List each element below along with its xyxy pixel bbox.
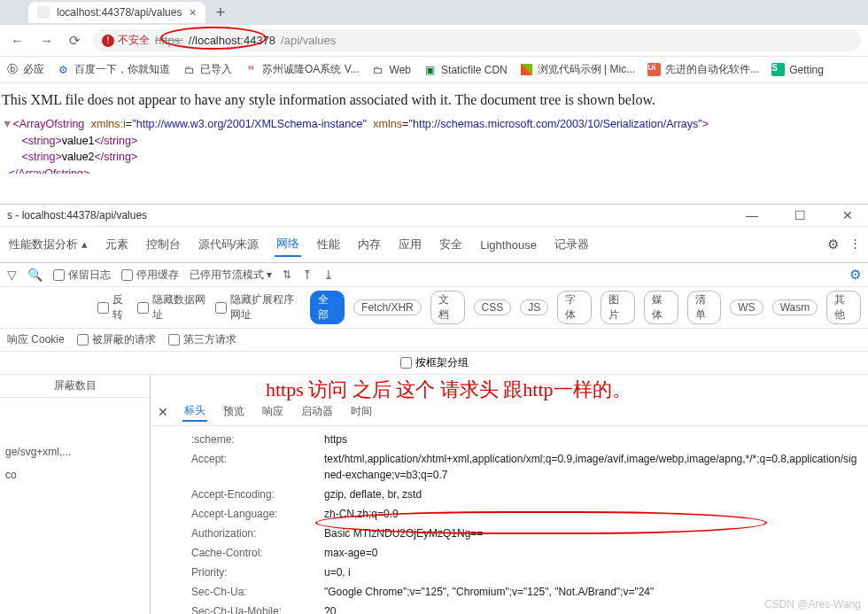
window-maximize-icon[interactable]: ☐ (787, 208, 813, 222)
request-list-header: 屏蔽数目 (0, 375, 150, 398)
list-item[interactable]: ge/svg+xml,... (0, 437, 150, 460)
filter-manifest[interactable]: 清单 (687, 291, 722, 324)
bookmark-item[interactable]: ▣Staticfile CDN (423, 63, 508, 76)
tab-recorder[interactable]: 记录器 (553, 233, 591, 256)
bookmark-item[interactable]: 🗀Web (372, 63, 411, 76)
header-value: u=0, i (324, 564, 351, 580)
filter-font[interactable]: 字体 (557, 291, 592, 324)
disable-cache-checkbox[interactable]: 停用缓存 (121, 268, 179, 283)
header-value: gzip, deflate, br, zstd (324, 486, 422, 502)
upload-icon[interactable]: ⤒ (302, 268, 313, 282)
kebab-icon[interactable]: ⋮ (849, 237, 861, 253)
xml-tree: ▼<ArrayOfstring xmlns:i="http://www.w3.o… (2, 117, 866, 174)
header-key: Cache-Control: (191, 545, 324, 561)
address-bar-row: ← → ⟳ ! 不安全 https: //localhost:44378 /ap… (0, 25, 868, 57)
devtools-body: https 访问 之后 这个 请求头 跟http一样的。 屏蔽数目 ge/svg… (0, 375, 868, 614)
tab-network[interactable]: 网络 (275, 232, 301, 257)
tab-initiator[interactable]: 启动器 (299, 402, 335, 421)
filter-css[interactable]: CSS (474, 299, 512, 315)
tab-elements[interactable]: 元素 (104, 233, 130, 256)
filter-media[interactable]: 媒体 (644, 291, 678, 324)
forward-icon[interactable]: → (36, 29, 57, 51)
header-key: Priority: (191, 564, 324, 580)
tab-preview[interactable]: 预览 (221, 402, 246, 421)
insecure-badge[interactable]: ! 不安全 (102, 33, 150, 48)
new-tab-button[interactable]: + (216, 4, 226, 22)
tab-console[interactable]: 控制台 (144, 233, 182, 256)
devtools-panel: s - localhost:44378/api/values — ☐ ✕ 性能数… (0, 204, 868, 614)
reload-icon[interactable]: ⟳ (66, 29, 84, 52)
filter-doc[interactable]: 文档 (430, 291, 465, 324)
annotation-text: https 访问 之后 这个 请求头 跟http一样的。 (266, 377, 632, 403)
warning-icon: ! (102, 35, 114, 47)
window-close-icon[interactable]: ✕ (834, 208, 861, 222)
download-icon[interactable]: ⤓ (323, 268, 334, 282)
url-protocol: https: (155, 34, 183, 47)
tab-headers[interactable]: 标头 (182, 401, 207, 422)
network-filter-row: 反转 隐藏数据网址 隐藏扩展程序网址 全部 Fetch/XHR 文档 CSS J… (0, 287, 868, 329)
bookmark-item[interactable]: 浏览代码示例 | Mic... (520, 62, 635, 77)
devtools-title: s - localhost:44378/api/values (7, 209, 147, 222)
close-icon[interactable]: × (189, 5, 196, 19)
browser-tab[interactable]: localhost:44378/api/values × (28, 2, 205, 23)
back-icon[interactable]: ← (7, 29, 27, 51)
bookmark-item[interactable]: Ui先进的自动化软件... (647, 62, 759, 77)
header-key: Accept-Encoding: (191, 486, 324, 502)
filter-wasm[interactable]: Wasm (772, 299, 818, 315)
preserve-log-checkbox[interactable]: 保留日志 (53, 268, 111, 283)
url-path: /api/values (281, 34, 336, 47)
group-by-frame: 按框架分组 (0, 352, 868, 375)
bookmarks-bar: ⓑ必应 ⚙百度一下，你就知道 🗀已导入 ᴹ苏州诚隆OA系统 V... 🗀Web … (0, 57, 868, 83)
filter-other[interactable]: 其他 (826, 291, 861, 324)
network-conditions-icon[interactable]: ⇅ (283, 268, 291, 281)
bookmark-item[interactable]: ⚙百度一下，你就知道 (57, 62, 170, 77)
filter-js[interactable]: JS (520, 299, 548, 315)
bookmark-item[interactable]: ⓑ必应 (5, 62, 44, 77)
insecure-label: 不安全 (118, 33, 150, 48)
filter-fetch[interactable]: Fetch/XHR (353, 299, 422, 315)
header-value: "Google Chrome";v="125", "Chromium";v="1… (324, 584, 654, 600)
tab-memory[interactable]: 内存 (356, 233, 383, 256)
tab-strip: localhost:44378/api/values × + (0, 0, 868, 25)
blocked-requests-checkbox[interactable]: 被屏蔽的请求 (77, 332, 156, 347)
request-detail: ✕ 标头 预览 响应 启动器 时间 :scheme:https Accept:t… (151, 375, 868, 614)
tab-sources[interactable]: 源代码/来源 (197, 233, 261, 256)
tab-performance-insights[interactable]: 性能数据分析 ▴ (7, 233, 89, 256)
header-value: zh-CN,zh;q=0.9 (324, 506, 399, 522)
list-item[interactable]: co (0, 460, 150, 483)
filter-all[interactable]: 全部 (310, 291, 345, 324)
invert-checkbox[interactable]: 反转 (97, 292, 128, 323)
hide-data-checkbox[interactable]: 隐藏数据网址 (137, 292, 205, 323)
close-detail-icon[interactable]: ✕ (158, 405, 168, 419)
search-icon[interactable]: 🔍 (27, 268, 43, 282)
tab-performance[interactable]: 性能 (315, 233, 342, 256)
tab-application[interactable]: 应用 (397, 233, 423, 256)
throttle-select[interactable]: 已停用节流模式 ▾ (190, 268, 272, 283)
header-key: :scheme: (191, 431, 324, 447)
url-host: //localhost:44378 (189, 34, 275, 47)
filter-ws[interactable]: WS (730, 299, 763, 315)
hide-ext-checkbox[interactable]: 隐藏扩展程序网址 (215, 292, 302, 323)
devtools-titlebar: s - localhost:44378/api/values — ☐ ✕ (0, 205, 868, 227)
header-value: https (324, 431, 347, 447)
header-key: Sec-Ch-Ua: (191, 584, 324, 600)
header-value: Basic MTIzNDU2OjEyMzQ1Ng== (324, 525, 483, 541)
xml-notice: This XML file does not appear to have an… (2, 92, 866, 108)
bookmark-item[interactable]: ᴹ苏州诚隆OA系统 V... (244, 62, 360, 77)
tab-lighthouse[interactable]: Lighthouse (478, 235, 539, 255)
window-minimize-icon[interactable]: — (739, 208, 765, 222)
address-input[interactable]: ! 不安全 https: //localhost:44378 /api/valu… (93, 29, 861, 51)
network-cookie-row: 响应 Cookie 被屏蔽的请求 第三方请求 (0, 329, 868, 352)
header-value: max-age=0 (324, 545, 377, 561)
tab-security[interactable]: 安全 (438, 233, 464, 256)
settings-icon[interactable]: ⚙ (827, 237, 839, 253)
filter-img[interactable]: 图片 (601, 291, 635, 324)
group-by-frame-checkbox[interactable]: 按框架分组 (400, 355, 469, 370)
bookmark-item[interactable]: 🗀已导入 (182, 62, 232, 77)
tab-timing[interactable]: 时间 (349, 402, 374, 421)
filter-icon[interactable]: ▽ (7, 268, 17, 282)
third-party-checkbox[interactable]: 第三方请求 (168, 332, 236, 347)
tab-response[interactable]: 响应 (260, 402, 285, 421)
bookmark-item[interactable]: SGetting (771, 63, 824, 76)
settings-cog-icon[interactable]: ⚙ (849, 267, 861, 283)
